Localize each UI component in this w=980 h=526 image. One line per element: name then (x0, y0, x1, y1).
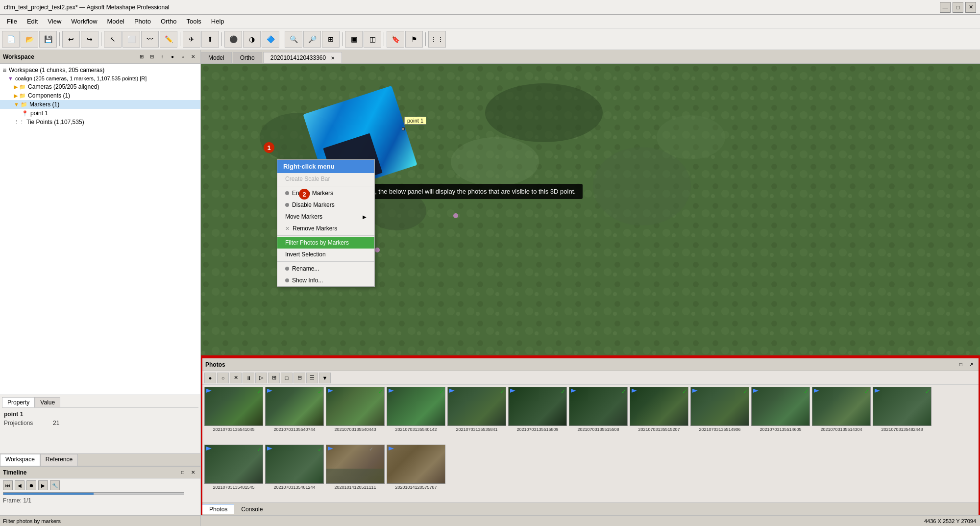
list-item[interactable]: ✓ 20210703135541045 (204, 387, 263, 443)
move-button[interactable]: ✈ (183, 31, 200, 48)
menu-workflow[interactable]: Workflow (66, 16, 102, 27)
list-item[interactable]: ✓ 20210703135482448 (873, 387, 931, 443)
new-button[interactable]: 📄 (2, 31, 20, 48)
menu-tools[interactable]: Tools (181, 16, 206, 27)
list-item[interactable]: 20201014120575787 (387, 445, 445, 501)
ctx-move-markers[interactable]: Move Markers ▶ (277, 211, 374, 223)
photo-thumb[interactable]: ✓ (812, 387, 871, 426)
list-item[interactable]: ✓ 20210703135514906 (690, 387, 749, 443)
menu-model[interactable]: Model (102, 16, 129, 27)
ctx-filter-photos[interactable]: Filter Photos by Markers (277, 237, 374, 249)
photo-thumb[interactable]: ✓ (873, 387, 931, 426)
list-item[interactable]: ✓ 20210703135481244 (265, 445, 324, 501)
ws-icon1[interactable]: ⊞ (137, 52, 146, 61)
list-item[interactable]: ✓ 20210703135481545 (204, 445, 263, 501)
import-button[interactable]: ⬆ (201, 31, 219, 48)
ph-btn2[interactable]: ○ (217, 373, 229, 383)
photo-thumb[interactable]: ✓ (265, 445, 324, 484)
ws-icon2[interactable]: ⊟ (147, 52, 156, 61)
list-item[interactable]: ✓ 20210703135540142 (387, 387, 445, 443)
close-button[interactable]: ✕ (965, 2, 976, 13)
zoom-out-button[interactable]: 🔍 (285, 31, 302, 48)
photo-thumb[interactable]: ✓ (204, 387, 263, 426)
tl-play-button[interactable]: ⏮ (3, 480, 13, 490)
ph-btn7[interactable]: □ (281, 373, 293, 383)
tab-photo[interactable]: 20201014120433360 ✕ (263, 52, 342, 63)
list-item[interactable]: ✓ 20210703135515207 (630, 387, 688, 443)
select-button[interactable]: ↖ (104, 31, 122, 48)
maximize-button[interactable]: □ (953, 2, 963, 13)
ph-btn4[interactable]: ⏸ (243, 373, 254, 383)
list-item[interactable]: ✓ 20210703135514304 (812, 387, 871, 443)
list-item[interactable]: ✓ 20210703135514605 (751, 387, 810, 443)
redo-button[interactable]: ↪ (81, 31, 98, 48)
ctx-show-info[interactable]: Show Info... (277, 275, 374, 286)
stamp-button[interactable]: 🔖 (387, 31, 404, 48)
ws-show-button[interactable]: ● (168, 52, 177, 61)
rect-select-button[interactable]: ⬜ (122, 31, 140, 48)
tl-end-button[interactable]: ▶ (38, 480, 48, 490)
photos-float-button[interactable]: ↗ (967, 360, 976, 369)
menu-file[interactable]: File (2, 16, 22, 27)
list-item[interactable]: ✓ 20201014120511111 (326, 445, 385, 501)
mesh-button[interactable]: 🔷 (262, 31, 279, 48)
halfcircle-button[interactable]: ◑ (243, 31, 261, 48)
ph-btn8[interactable]: ⊟ (294, 373, 305, 383)
ph-btn5[interactable]: ▷ (255, 373, 267, 383)
tree-root[interactable]: 🖥 Workspace (1 chunks, 205 cameras) (0, 66, 200, 75)
tab-reference[interactable]: Reference (40, 454, 78, 466)
ph-btn6[interactable]: ⊞ (268, 373, 280, 383)
tree-components[interactable]: ▶ 📁 Components (1) (0, 91, 200, 100)
ctx-invert-selection[interactable]: Invert Selection (277, 249, 374, 260)
menu-view[interactable]: View (43, 16, 66, 27)
photo-thumb[interactable]: ✓ (630, 387, 688, 426)
tl-expand-button[interactable]: □ (178, 468, 187, 477)
open-button[interactable]: 📂 (21, 31, 38, 48)
tree-cameras[interactable]: ▶ 📁 Cameras (205/205 aligned) (0, 82, 200, 91)
tab-close-icon[interactable]: ✕ (331, 55, 335, 61)
tree-tiepoints[interactable]: ⋮⋮ Tie Points (1,107,535) (0, 118, 200, 126)
tab-photos-bottom[interactable]: Photos (202, 504, 234, 514)
menu-help[interactable]: Help (206, 16, 229, 27)
tl-wrench-button[interactable]: 🔧 (50, 480, 60, 490)
tree-point1[interactable]: 📍 point 1 (0, 109, 200, 118)
ctx-remove-markers[interactable]: ✕ Remove Markers (277, 223, 374, 234)
zoom-in-button[interactable]: 🔎 (303, 31, 321, 48)
marker-button[interactable]: ⚑ (405, 31, 423, 48)
list-item[interactable]: ✓ 20210703135515809 (508, 387, 567, 443)
menu-photo[interactable]: Photo (129, 16, 156, 27)
save-button[interactable]: 💾 (39, 31, 57, 48)
photo-thumb[interactable]: ✓ (690, 387, 749, 426)
photo-thumb[interactable]: ✓ (265, 387, 324, 426)
undo-button[interactable]: ↩ (62, 31, 80, 48)
tab-value[interactable]: Value (35, 397, 60, 407)
fit-button[interactable]: ⊞ (322, 31, 340, 48)
tree-markers[interactable]: ▼ 📁 Markers (1) (0, 100, 200, 109)
rect-tool-button[interactable]: ▣ (345, 31, 363, 48)
menu-ortho[interactable]: Ortho (156, 16, 182, 27)
tab-console[interactable]: Console (234, 504, 270, 514)
timeline-slider[interactable] (3, 492, 184, 495)
lasso-button[interactable]: 〰 (141, 31, 159, 48)
tl-close-button[interactable]: ✕ (189, 468, 197, 477)
photo-thumb[interactable]: ✓ (326, 445, 385, 484)
photo-thumb[interactable]: ✓ (508, 387, 567, 426)
list-item[interactable]: ✓ 20210703135540744 (265, 387, 324, 443)
photo-thumb[interactable]: ✓ (204, 445, 263, 484)
photo-thumb[interactable]: ✓ (569, 387, 628, 426)
photo-thumb[interactable]: ✓ (447, 387, 506, 426)
tab-property[interactable]: Property (2, 397, 35, 407)
tab-workspace-bottom[interactable]: Workspace (0, 454, 40, 466)
ws-hide-button[interactable]: ○ (178, 52, 187, 61)
photo-thumb[interactable]: ✓ (751, 387, 810, 426)
ph-btn9[interactable]: ☰ (306, 373, 318, 383)
ws-close-button[interactable]: ✕ (189, 52, 197, 61)
ctx-enable-markers[interactable]: Enable Markers (277, 187, 374, 199)
tl-prev-button[interactable]: ◀ (15, 480, 24, 490)
tl-next-button[interactable]: ⏺ (26, 480, 36, 490)
ctx-rename[interactable]: Rename... (277, 263, 374, 275)
magic-button[interactable]: ✏️ (160, 31, 177, 48)
tree-chunk[interactable]: ▼ coalign (205 cameras, 1 markers, 1,107… (0, 75, 200, 82)
list-item[interactable]: ✓ 20210703135535841 (447, 387, 506, 443)
grid-button[interactable]: ⋮⋮ (428, 31, 446, 48)
